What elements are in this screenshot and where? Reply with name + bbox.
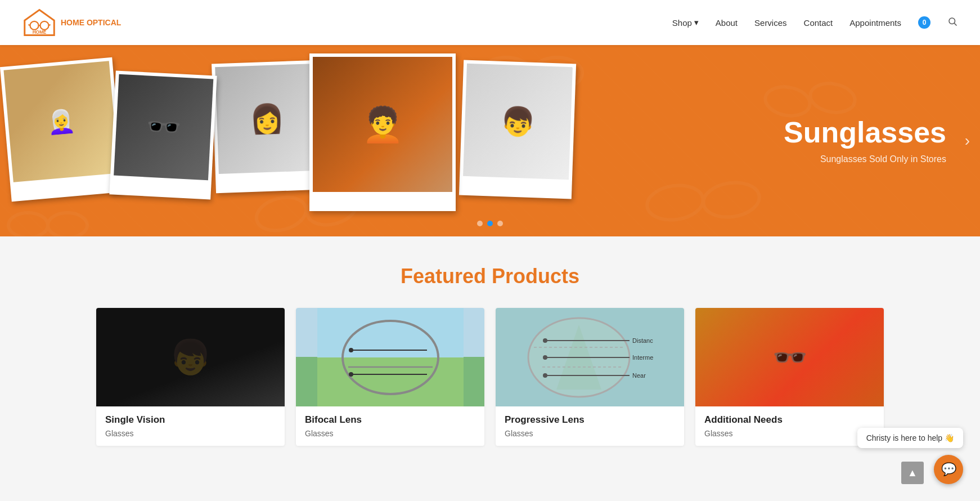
svg-text:HOME: HOME xyxy=(33,30,47,35)
svg-point-8 xyxy=(949,18,955,24)
product-label-4: Additional Needs xyxy=(695,406,884,429)
product-sublabel-1: Glasses xyxy=(96,429,285,446)
product-image-2 xyxy=(296,308,484,406)
hero-banner: 👩‍🦳 🕶️ 👩 🧑‍🦱 👦 Sung xyxy=(0,45,980,236)
svg-point-2 xyxy=(30,21,39,30)
hero-photo-1: 👩‍🦳 xyxy=(0,57,124,202)
product-label-2: Bifocal Lens xyxy=(296,406,484,429)
product-sublabel-2: Glasses xyxy=(296,429,484,446)
bifocal-diagram-svg xyxy=(317,308,464,406)
hero-title: Sunglasses xyxy=(784,117,946,149)
search-icon xyxy=(947,16,957,26)
logo-icon: HOME xyxy=(23,6,56,39)
logo[interactable]: HOME HOME OPTICAL xyxy=(23,6,121,39)
search-button[interactable] xyxy=(947,16,957,29)
svg-line-9 xyxy=(954,23,956,25)
product-sublabel-3: Glasses xyxy=(496,429,684,446)
cart-badge[interactable]: 0 xyxy=(918,16,930,29)
product-card-single-vision[interactable]: 👦 Single Vision Glasses xyxy=(96,308,285,446)
svg-text:Interme: Interme xyxy=(632,354,653,361)
product-image-4: 🕶️ xyxy=(695,308,884,406)
chat-open-button[interactable]: 💬 xyxy=(934,455,963,463)
carousel-dot-2[interactable] xyxy=(487,221,493,226)
svg-line-5 xyxy=(29,25,30,26)
dropdown-arrow-icon: ▾ xyxy=(694,17,699,28)
hero-photo-collage: 👩‍🦳 🕶️ 👩 🧑‍🦱 👦 xyxy=(0,45,735,236)
chat-widget: Christy is here to help 👋 💬 xyxy=(857,428,963,463)
hero-subtitle: Sunglasses Sold Only in Stores xyxy=(784,155,946,165)
nav-contact[interactable]: Contact xyxy=(804,18,833,28)
nav-services[interactable]: Services xyxy=(754,18,787,28)
nav-about[interactable]: About xyxy=(716,18,738,28)
logo-text: HOME OPTICAL xyxy=(61,18,121,28)
hero-text: Sunglasses Sunglasses Sold Only in Store… xyxy=(784,117,946,164)
product-card-bifocal[interactable]: Bifocal Lens Glasses xyxy=(296,308,484,446)
hero-photo-5: 👦 xyxy=(459,60,576,199)
progressive-diagram-svg: Distanc Interme Near xyxy=(517,308,663,406)
svg-rect-25 xyxy=(317,357,464,406)
product-image-3: Distanc Interme Near xyxy=(496,308,684,406)
product-card-progressive[interactable]: Distanc Interme Near Progressive Lens Gl… xyxy=(496,308,684,446)
product-label-3: Progressive Lens xyxy=(496,406,684,429)
svg-text:Near: Near xyxy=(632,372,646,379)
featured-products-section: Featured Products 👦 Single Vision Glasse… xyxy=(0,236,980,463)
featured-title: Featured Products xyxy=(23,265,957,288)
product-image-1: 👦 xyxy=(96,308,285,406)
hero-photo-3: 👩 xyxy=(212,60,323,193)
product-card-additional[interactable]: 🕶️ Additional Needs Glasses xyxy=(695,308,884,446)
svg-line-6 xyxy=(49,25,51,26)
nav-shop[interactable]: Shop ▾ xyxy=(672,17,699,28)
svg-point-16 xyxy=(763,83,812,119)
chat-icon: 💬 xyxy=(941,462,956,463)
main-nav: Shop ▾ About Services Contact Appointmen… xyxy=(672,16,957,29)
svg-point-3 xyxy=(41,21,49,30)
carousel-dot-1[interactable] xyxy=(477,221,483,226)
header: HOME HOME OPTICAL Shop ▾ About Services … xyxy=(0,0,980,45)
carousel-dot-3[interactable] xyxy=(497,221,503,226)
carousel-dots xyxy=(477,221,503,226)
hero-photo-2: 🕶️ xyxy=(109,70,217,199)
svg-point-17 xyxy=(808,80,857,115)
chat-bubble: Christy is here to help 👋 xyxy=(857,428,963,448)
nav-appointments[interactable]: Appointments xyxy=(849,18,901,28)
product-sublabel-4: Glasses xyxy=(695,429,884,446)
hero-photo-4: 🧑‍🦱 xyxy=(309,53,456,211)
svg-text:Distanc: Distanc xyxy=(632,337,653,344)
hero-next-arrow[interactable]: › xyxy=(965,132,970,150)
products-grid: 👦 Single Vision Glasses xyxy=(96,308,884,446)
product-label-1: Single Vision xyxy=(96,406,285,429)
